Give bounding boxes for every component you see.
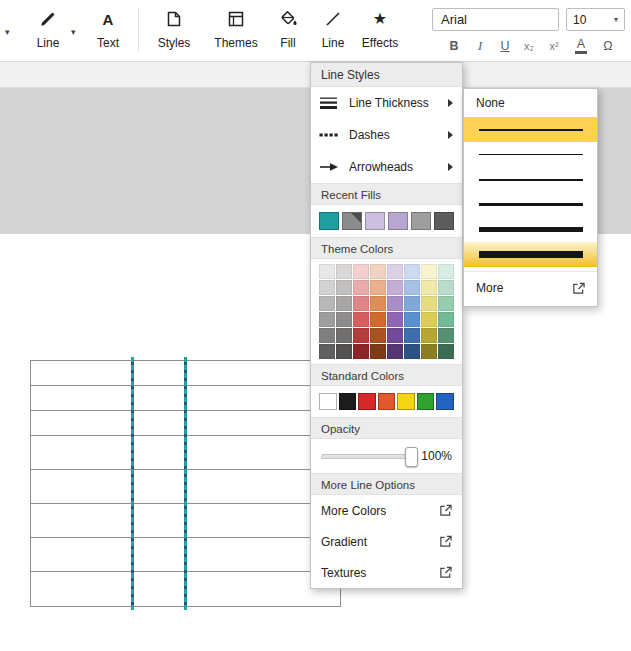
styles-button[interactable]: Styles <box>150 6 198 54</box>
theme-color-swatch[interactable] <box>336 280 352 295</box>
external-link-icon <box>572 282 585 295</box>
theme-color-swatch[interactable] <box>353 344 369 359</box>
overflow-caret-icon[interactable]: ▾ <box>5 28 10 37</box>
superscript-button[interactable]: x² <box>542 36 566 56</box>
recent-fill-swatch[interactable] <box>342 212 362 230</box>
theme-color-swatch[interactable] <box>353 264 369 279</box>
theme-color-swatch[interactable] <box>404 296 420 311</box>
thickness-option-3px[interactable] <box>464 192 597 217</box>
standard-color-swatch[interactable] <box>436 393 454 410</box>
theme-color-swatch[interactable] <box>387 264 403 279</box>
theme-color-swatch[interactable] <box>353 280 369 295</box>
theme-color-swatch[interactable] <box>336 344 352 359</box>
thickness-more-option[interactable]: More <box>464 271 597 304</box>
more-colors-item[interactable]: More Colors <box>311 495 462 526</box>
theme-color-swatch[interactable] <box>438 312 454 327</box>
text-tool-button[interactable]: A Text <box>87 6 129 54</box>
theme-color-swatch[interactable] <box>336 328 352 343</box>
theme-color-swatch[interactable] <box>421 328 437 343</box>
bold-button[interactable]: B <box>442 36 466 56</box>
selected-dashed-line[interactable] <box>184 357 187 610</box>
line-tool-caret-icon[interactable]: ▾ <box>71 28 76 37</box>
opacity-slider-handle[interactable] <box>405 447 418 467</box>
recent-fill-swatch[interactable] <box>365 212 385 230</box>
theme-color-swatch[interactable] <box>404 280 420 295</box>
standard-color-swatch[interactable] <box>319 393 337 410</box>
theme-color-swatch[interactable] <box>387 280 403 295</box>
line-tool-button[interactable]: Line <box>29 6 67 54</box>
theme-color-swatch[interactable] <box>353 328 369 343</box>
symbol-button[interactable]: Ω <box>596 36 620 56</box>
theme-color-swatch[interactable] <box>387 328 403 343</box>
recent-fill-swatch[interactable] <box>411 212 431 230</box>
standard-color-swatch[interactable] <box>397 393 415 410</box>
font-color-button[interactable]: A <box>569 36 593 56</box>
theme-color-swatch[interactable] <box>421 296 437 311</box>
theme-color-swatch[interactable] <box>319 280 335 295</box>
theme-color-swatch[interactable] <box>370 328 386 343</box>
theme-color-swatch[interactable] <box>387 296 403 311</box>
theme-color-swatch[interactable] <box>336 312 352 327</box>
subscript-button[interactable]: x₂ <box>517 36 541 56</box>
theme-color-swatch[interactable] <box>353 312 369 327</box>
theme-color-swatch[interactable] <box>319 312 335 327</box>
theme-color-swatch[interactable] <box>336 296 352 311</box>
gradient-item[interactable]: Gradient <box>311 526 462 557</box>
line-format-button[interactable]: Line <box>312 6 354 54</box>
theme-color-swatch[interactable] <box>421 312 437 327</box>
effects-button[interactable]: ★ Effects <box>356 6 404 54</box>
theme-color-swatch[interactable] <box>421 280 437 295</box>
standard-color-swatch[interactable] <box>358 393 376 410</box>
theme-color-swatch[interactable] <box>438 344 454 359</box>
theme-color-swatch[interactable] <box>387 312 403 327</box>
theme-color-swatch[interactable] <box>404 312 420 327</box>
theme-color-swatch[interactable] <box>438 296 454 311</box>
theme-color-swatch[interactable] <box>387 344 403 359</box>
theme-color-swatch[interactable] <box>370 296 386 311</box>
selected-dashed-line[interactable] <box>131 357 134 610</box>
thickness-option-5px[interactable] <box>464 217 597 242</box>
theme-color-swatch[interactable] <box>421 264 437 279</box>
theme-color-swatch[interactable] <box>438 280 454 295</box>
recent-fill-swatch[interactable] <box>319 212 339 230</box>
font-name-input[interactable]: Arial <box>432 8 559 31</box>
theme-color-swatch[interactable] <box>370 312 386 327</box>
theme-color-swatch[interactable] <box>370 264 386 279</box>
theme-color-swatch[interactable] <box>336 264 352 279</box>
theme-color-swatch[interactable] <box>319 296 335 311</box>
recent-fill-swatch[interactable] <box>388 212 408 230</box>
menu-item-line-thickness[interactable]: Line Thickness <box>311 87 462 119</box>
theme-color-swatch[interactable] <box>319 344 335 359</box>
thickness-option-7px[interactable] <box>464 242 597 267</box>
standard-color-swatch[interactable] <box>417 393 435 410</box>
theme-color-swatch[interactable] <box>353 296 369 311</box>
themes-button[interactable]: Themes <box>210 6 262 54</box>
theme-color-swatch[interactable] <box>404 264 420 279</box>
italic-button[interactable]: I <box>468 36 492 56</box>
theme-color-swatch[interactable] <box>370 344 386 359</box>
font-size-select[interactable]: 10 ▾ <box>566 8 625 31</box>
underline-button[interactable]: U <box>493 36 517 56</box>
thickness-option-2px[interactable] <box>464 167 597 192</box>
recent-fill-swatch[interactable] <box>434 212 454 230</box>
menu-item-arrowheads[interactable]: Arrowheads <box>311 151 462 183</box>
styles-icon <box>165 9 183 29</box>
standard-color-swatch[interactable] <box>378 393 396 410</box>
standard-color-swatch[interactable] <box>339 393 357 410</box>
canvas-table[interactable] <box>30 360 341 607</box>
theme-color-swatch[interactable] <box>421 344 437 359</box>
theme-color-swatch[interactable] <box>404 344 420 359</box>
thickness-option-1px[interactable] <box>464 142 597 167</box>
theme-color-swatch[interactable] <box>319 264 335 279</box>
thickness-none-option[interactable]: None <box>464 89 597 117</box>
theme-color-swatch[interactable] <box>404 328 420 343</box>
thickness-option-2px[interactable] <box>464 117 597 142</box>
menu-item-dashes[interactable]: Dashes <box>311 119 462 151</box>
theme-color-swatch[interactable] <box>438 328 454 343</box>
textures-item[interactable]: Textures <box>311 557 462 588</box>
theme-color-swatch[interactable] <box>370 280 386 295</box>
theme-color-swatch[interactable] <box>438 264 454 279</box>
theme-color-swatch[interactable] <box>319 328 335 343</box>
fill-button[interactable]: Fill <box>266 6 310 54</box>
opacity-slider[interactable] <box>321 454 412 459</box>
